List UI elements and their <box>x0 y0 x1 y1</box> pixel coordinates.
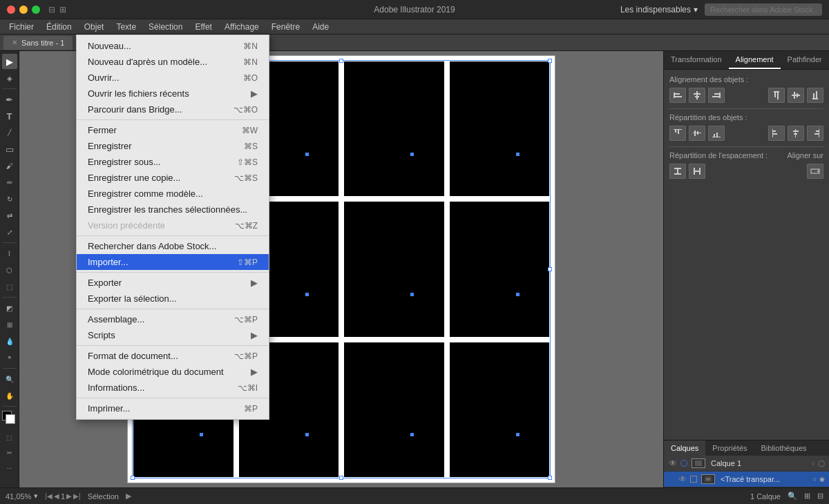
dm-enregistrer-label: Enregistrer <box>88 141 132 151</box>
dm-version-label: Version précédente <box>88 220 165 231</box>
dm-format-document-label: Format de document... <box>88 351 178 361</box>
dm-fermer[interactable]: Fermer ⌘W <box>77 122 269 138</box>
dm-stock-label: Rechercher dans Adobe Stock... <box>88 241 216 251</box>
dm-bridge-shortcut: ⌥⌘O <box>234 105 258 115</box>
dm-enregistrer-sous-shortcut: ⇧⌘S <box>237 157 258 167</box>
dm-mode-colori-label: Mode colorimétrique du document <box>88 367 224 377</box>
dm-exporter-selection-label: Exporter la sélection... <box>88 293 177 304</box>
dm-informations[interactable]: Informations... ⌥⌘I <box>77 380 269 396</box>
dm-bridge-label: Parcourir dans Bridge... <box>88 104 182 115</box>
dm-nouveau-modele[interactable]: Nouveau d'après un modèle... ⌘N <box>77 54 269 70</box>
dm-sep-6 <box>77 398 269 398</box>
dm-version-precedente: Version précédente ⌥⌘Z <box>77 217 269 233</box>
dm-sep-4 <box>77 309 269 309</box>
dropdown-menu: Nouveau... ⌘N Nouveau d'après un modèle.… <box>76 35 269 420</box>
dm-importer[interactable]: Importer... ⇧⌘P <box>77 254 269 270</box>
dm-exporter[interactable]: Exporter ▶ <box>77 275 269 291</box>
dm-fermer-label: Fermer <box>88 125 117 135</box>
dm-nouveau[interactable]: Nouveau... ⌘N <box>77 38 269 54</box>
dm-assemblage[interactable]: Assemblage... ⌥⌘P <box>77 311 269 327</box>
dm-recents-label: Ouvrir les fichiers récents <box>88 88 189 99</box>
dm-exporter-label: Exporter <box>88 278 122 288</box>
dm-exporter-arrow: ▶ <box>251 278 258 288</box>
dm-imprimer[interactable]: Imprimer... ⌘P <box>77 400 269 416</box>
dm-enregistrer-sous-label: Enregistrer sous... <box>88 157 161 167</box>
dm-recents[interactable]: Ouvrir les fichiers récents ▶ <box>77 86 269 101</box>
dm-format-document[interactable]: Format de document... ⌥⌘P <box>77 348 269 364</box>
dm-enregistrer-copie[interactable]: Enregistrer une copie... ⌥⌘S <box>77 170 269 186</box>
dm-enregistrer-tranches[interactable]: Enregistrer les tranches sélectionnées..… <box>77 202 269 217</box>
dm-imprimer-shortcut: ⌘P <box>244 404 258 414</box>
dm-exporter-selection[interactable]: Exporter la sélection... <box>77 291 269 307</box>
dm-enregistrer-sous[interactable]: Enregistrer sous... ⇧⌘S <box>77 154 269 170</box>
dm-ouvrir[interactable]: Ouvrir... ⌘O <box>77 70 269 86</box>
dm-enregistrer-copie-shortcut: ⌥⌘S <box>234 173 258 183</box>
dm-importer-label: Importer... <box>88 257 128 267</box>
dm-enregistrer-copie-label: Enregistrer une copie... <box>88 173 180 183</box>
dm-nouveau-modele-shortcut: ⌘N <box>243 57 258 67</box>
dm-assemblage-label: Assemblage... <box>88 314 144 324</box>
dm-mode-colori[interactable]: Mode colorimétrique du document ▶ <box>77 364 269 380</box>
dm-format-document-shortcut: ⌥⌘P <box>234 351 258 361</box>
dm-sep-5 <box>77 345 269 346</box>
dm-stock[interactable]: Rechercher dans Adobe Stock... <box>77 238 269 254</box>
dm-fermer-shortcut: ⌘W <box>242 126 258 135</box>
dm-imprimer-label: Imprimer... <box>88 403 130 414</box>
dm-ouvrir-shortcut: ⌘O <box>243 73 258 83</box>
dm-assemblage-shortcut: ⌥⌘P <box>234 315 258 324</box>
dm-informations-shortcut: ⌥⌘I <box>238 383 258 393</box>
dm-enregistrer-modele-label: Enregistrer comme modèle... <box>88 188 203 199</box>
dm-nouveau-label: Nouveau... <box>88 41 131 51</box>
dm-informations-label: Informations... <box>88 382 144 393</box>
dm-mode-colori-arrow: ▶ <box>251 367 258 377</box>
dm-enregistrer-tranches-label: Enregistrer les tranches sélectionnées..… <box>88 204 247 215</box>
dm-enregistrer-modele[interactable]: Enregistrer comme modèle... <box>77 186 269 202</box>
dm-enregistrer[interactable]: Enregistrer ⌘S <box>77 138 269 154</box>
dm-scripts[interactable]: Scripts ▶ <box>77 327 269 343</box>
dm-bridge[interactable]: Parcourir dans Bridge... ⌥⌘O <box>77 101 269 117</box>
dm-nouveau-shortcut: ⌘N <box>243 41 258 51</box>
dm-ouvrir-label: Ouvrir... <box>88 72 120 83</box>
dm-sep-3 <box>77 272 269 273</box>
dm-importer-shortcut: ⇧⌘P <box>237 258 258 267</box>
dm-version-shortcut: ⌥⌘Z <box>235 221 258 231</box>
dm-sep-2 <box>77 235 269 236</box>
dm-nouveau-modele-label: Nouveau d'après un modèle... <box>88 57 207 67</box>
dm-scripts-label: Scripts <box>88 330 115 340</box>
dm-recents-arrow: ▶ <box>251 88 258 99</box>
dm-scripts-arrow: ▶ <box>251 330 258 340</box>
dm-enregistrer-shortcut: ⌘S <box>244 142 258 151</box>
dm-sep-1 <box>77 119 269 120</box>
